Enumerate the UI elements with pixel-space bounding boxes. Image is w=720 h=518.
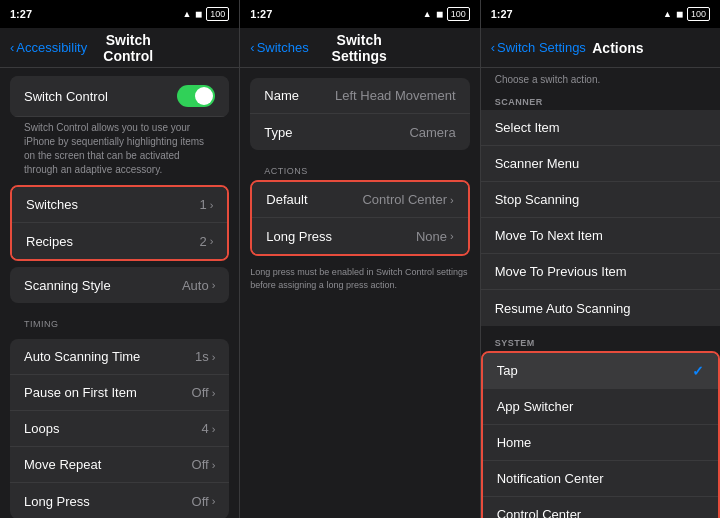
chevron-icon-7: ›: [212, 459, 216, 471]
resume-scanning-item[interactable]: Resume Auto Scanning: [481, 290, 720, 326]
chevron-icon-2: ›: [210, 235, 214, 247]
signal-icon-2: ▲: [423, 9, 432, 19]
type-item[interactable]: Type Camera: [250, 114, 469, 150]
switch-control-group: Switch Control: [10, 76, 229, 117]
battery-icon-2: 100: [447, 7, 470, 21]
system-section-label: SYSTEM: [481, 330, 720, 351]
status-icons-2: ▲ ◼ 100: [423, 7, 470, 21]
type-value: Camera: [409, 125, 455, 140]
panel-actions: 1:27 ▲ ◼ 100 ‹ Switch Settings Actions C…: [481, 0, 720, 518]
actions-section-label: ACTIONS: [250, 156, 469, 180]
back-label-2: Switches: [257, 40, 309, 55]
switch-control-row[interactable]: Switch Control: [10, 76, 229, 117]
move-previous-item[interactable]: Move To Previous Item: [481, 254, 720, 290]
nav-bar-1: ‹ Accessibility Switch Control: [0, 28, 239, 68]
battery-icon-3: 100: [687, 7, 710, 21]
chevron-icon-8: ›: [212, 495, 216, 507]
status-bar-2: 1:27 ▲ ◼ 100: [240, 0, 479, 28]
long-press-item[interactable]: Long Press Off ›: [10, 483, 229, 518]
default-action-label: Default: [266, 192, 307, 207]
long-press-action-label: Long Press: [266, 229, 332, 244]
long-press-note: Long press must be enabled in Switch Con…: [250, 262, 469, 297]
chevron-icon-3: ›: [212, 279, 216, 291]
system-list: Tap ✓ App Switcher Home Notification Cen…: [481, 351, 720, 518]
control-center-item[interactable]: Control Center: [483, 497, 718, 518]
move-repeat-item[interactable]: Move Repeat Off ›: [10, 447, 229, 483]
back-button-3[interactable]: ‹ Switch Settings: [491, 40, 586, 55]
nav-title-2: Switch Settings: [309, 32, 410, 64]
panel3-content: Choose a switch action. SCANNER Select I…: [481, 68, 720, 518]
panel-switch-settings: 1:27 ▲ ◼ 100 ‹ Switches Switch Settings …: [240, 0, 480, 518]
type-label: Type: [264, 125, 292, 140]
app-switcher-item[interactable]: App Switcher: [483, 389, 718, 425]
nav-title-1: Switch Control: [87, 32, 169, 64]
pause-first-item[interactable]: Pause on First Item Off ›: [10, 375, 229, 411]
notification-center-item[interactable]: Notification Center: [483, 461, 718, 497]
move-repeat-value: Off ›: [192, 457, 216, 472]
pause-first-value: Off ›: [192, 385, 216, 400]
tap-checkmark: ✓: [692, 363, 704, 379]
scanner-list: Select Item Scanner Menu Stop Scanning M…: [481, 110, 720, 326]
back-label-1: Accessibility: [16, 40, 87, 55]
auto-scanning-item[interactable]: Auto Scanning Time 1s ›: [10, 339, 229, 375]
status-icons-1: ▲ ◼ 100: [182, 7, 229, 21]
name-item[interactable]: Name Left Head Movement: [250, 78, 469, 114]
name-label: Name: [264, 88, 299, 103]
scanner-menu-item[interactable]: Scanner Menu: [481, 146, 720, 182]
battery-icon-1: 100: [206, 7, 229, 21]
stop-scanning-item[interactable]: Stop Scanning: [481, 182, 720, 218]
signal-icon-1: ▲: [182, 9, 191, 19]
chevron-left-icon-1: ‹: [10, 40, 14, 55]
default-action-value: Control Center ›: [362, 192, 453, 207]
panel1-content: Switch Control Switch Control allows you…: [0, 68, 239, 518]
status-icons-3: ▲ ◼ 100: [663, 7, 710, 21]
recipes-value: 2 ›: [199, 234, 213, 249]
chevron-icon: ›: [210, 199, 214, 211]
move-next-item[interactable]: Move To Next Item: [481, 218, 720, 254]
status-bar-1: 1:27 ▲ ◼ 100: [0, 0, 239, 28]
back-button-1[interactable]: ‹ Accessibility: [10, 40, 87, 55]
recipes-item[interactable]: Recipes 2 ›: [12, 223, 227, 259]
switches-recipes-group: Switches 1 › Recipes 2 ›: [10, 185, 229, 261]
default-action-item[interactable]: Default Control Center ›: [252, 182, 467, 218]
pause-first-label: Pause on First Item: [24, 385, 137, 400]
panel-switch-control: 1:27 ▲ ◼ 100 ‹ Accessibility Switch Cont…: [0, 0, 240, 518]
move-previous-label: Move To Previous Item: [495, 264, 627, 279]
long-press-action-item[interactable]: Long Press None ›: [252, 218, 467, 254]
chevron-icon-11: ›: [450, 194, 454, 206]
scanner-section-label: SCANNER: [481, 89, 720, 110]
app-switcher-label: App Switcher: [497, 399, 574, 414]
switches-value: 1 ›: [199, 197, 213, 212]
back-label-3: Switch Settings: [497, 40, 586, 55]
actions-highlighted-group: Default Control Center › Long Press None…: [250, 180, 469, 256]
loops-item[interactable]: Loops 4 ›: [10, 411, 229, 447]
timing-group: Auto Scanning Time 1s › Pause on First I…: [10, 339, 229, 518]
switches-label: Switches: [26, 197, 78, 212]
home-item[interactable]: Home: [483, 425, 718, 461]
resume-scanning-label: Resume Auto Scanning: [495, 301, 631, 316]
switch-control-desc: Switch Control allows you to use your iP…: [10, 117, 229, 185]
scanning-style-group: Scanning Style Auto ›: [10, 267, 229, 303]
wifi-icon-3: ◼: [676, 9, 683, 19]
scanning-style-value: Auto ›: [182, 278, 215, 293]
select-item-label: Select Item: [495, 120, 560, 135]
tap-item[interactable]: Tap ✓: [483, 353, 718, 389]
wifi-icon-1: ◼: [195, 9, 202, 19]
select-item[interactable]: Select Item: [481, 110, 720, 146]
control-center-label: Control Center: [497, 507, 582, 518]
switch-control-toggle[interactable]: [177, 85, 215, 107]
notification-center-label: Notification Center: [497, 471, 604, 486]
chevron-icon-4: ›: [212, 351, 216, 363]
stop-scanning-label: Stop Scanning: [495, 192, 580, 207]
move-repeat-label: Move Repeat: [24, 457, 101, 472]
toggle-knob-1: [195, 87, 213, 105]
switches-item[interactable]: Switches 1 ›: [12, 187, 227, 223]
back-button-2[interactable]: ‹ Switches: [250, 40, 308, 55]
nav-bar-3: ‹ Switch Settings Actions: [481, 28, 720, 68]
chevron-left-icon-2: ‹: [250, 40, 254, 55]
switches-recipes-list: Switches 1 › Recipes 2 ›: [12, 187, 227, 259]
move-next-label: Move To Next Item: [495, 228, 603, 243]
choose-action-text: Choose a switch action.: [481, 68, 720, 89]
nav-title-3: Actions: [586, 40, 650, 56]
scanning-style-item[interactable]: Scanning Style Auto ›: [10, 267, 229, 303]
